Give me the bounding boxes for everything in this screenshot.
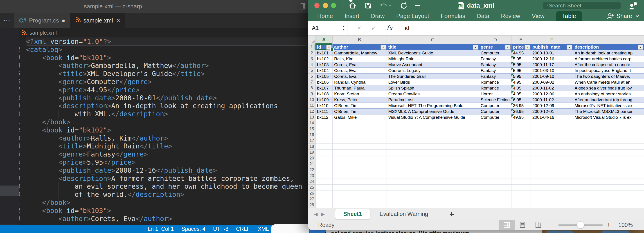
empty-cell[interactable]	[387, 185, 479, 190]
cell[interactable]: 36.95	[512, 103, 531, 109]
sheet-nav-left[interactable]: ◀	[314, 212, 318, 217]
cell[interactable]: bk103	[316, 62, 332, 68]
empty-cell[interactable]	[512, 185, 531, 190]
empty-cell[interactable]	[316, 185, 332, 190]
code-line[interactable]: 6<genre>Computer</genre>	[0, 78, 308, 86]
cell[interactable]: Horror	[479, 91, 512, 97]
ribbon-tab-formulas[interactable]: Formulas	[441, 11, 465, 21]
empty-cell[interactable]	[316, 202, 332, 208]
empty-cell[interactable]	[387, 179, 479, 185]
empty-cell[interactable]	[332, 138, 387, 144]
sheet-nav-right[interactable]: ▶	[321, 212, 324, 217]
row-header[interactable]: 26	[308, 190, 316, 196]
cell[interactable]: Microsoft .NET: The Programming Bible	[387, 103, 479, 109]
empty-cell[interactable]	[332, 120, 387, 126]
empty-cell[interactable]	[332, 150, 387, 156]
cell[interactable]: Thurman, Paula	[332, 85, 387, 91]
empty-cell[interactable]	[316, 138, 332, 144]
code-line[interactable]: 10with XML.</description>	[0, 110, 308, 118]
cell[interactable]: The two daughters of Maeve,	[573, 74, 644, 80]
undo-icon[interactable]	[380, 2, 392, 9]
empty-cell[interactable]	[387, 167, 479, 173]
cell[interactable]: bk105	[316, 74, 332, 80]
cell[interactable]: O'Brien, Tim	[332, 103, 387, 109]
empty-cell[interactable]	[387, 173, 479, 179]
column-header-F[interactable]: F	[531, 36, 573, 44]
empty-cell[interactable]	[332, 179, 387, 185]
spreadsheet-grid[interactable]: ABCDEF 1id▼author▼title▼genre▼price▼publ…	[308, 36, 644, 208]
code-line[interactable]: 2<catalog>	[0, 46, 308, 54]
cell[interactable]: Kress, Peter	[332, 97, 387, 103]
empty-cell[interactable]	[512, 196, 531, 202]
row-header[interactable]: 15	[308, 126, 316, 132]
ribbon-tab-view[interactable]: View	[532, 11, 544, 21]
empty-cell[interactable]	[316, 173, 332, 179]
cell[interactable]: Fantasy	[479, 56, 512, 62]
table-header-cell[interactable]: genre▼	[479, 44, 512, 50]
empty-cell[interactable]	[531, 161, 573, 167]
code-line[interactable]: 12<book id="bk102">	[0, 126, 308, 134]
ribbon-tab-home[interactable]: Home	[317, 11, 333, 21]
row-header[interactable]: 12	[308, 109, 316, 114]
code-editor[interactable]: 1<?xml version="1.0"?>2<catalog>3<book i…	[0, 38, 308, 225]
empty-cell[interactable]	[479, 120, 512, 126]
code-line[interactable]: 17<publish_date>2000-12-16</publish_date…	[0, 166, 308, 174]
cell[interactable]: bk106	[316, 80, 332, 85]
empty-cell[interactable]	[479, 173, 512, 179]
cell[interactable]: 2000-12-06	[531, 91, 573, 97]
empty-cell[interactable]	[332, 196, 387, 202]
empty-cell[interactable]	[479, 156, 512, 161]
empty-cell[interactable]	[332, 132, 387, 138]
row-header[interactable]: 20	[308, 156, 316, 161]
cell[interactable]: Ralls, Kim	[332, 56, 387, 62]
toolbar-options-icon[interactable]	[416, 6, 420, 6]
empty-cell[interactable]	[573, 167, 644, 173]
empty-cell[interactable]	[573, 138, 644, 144]
cell[interactable]: Romance	[479, 85, 512, 91]
empty-cell[interactable]	[512, 126, 531, 132]
empty-cell[interactable]	[573, 179, 644, 185]
empty-cell[interactable]	[573, 150, 644, 156]
column-header-A[interactable]: A	[316, 36, 332, 44]
cell[interactable]: 2000-12-09	[531, 103, 573, 109]
empty-cell[interactable]	[332, 144, 387, 150]
empty-cell[interactable]	[316, 120, 332, 126]
select-all-corner[interactable]	[308, 36, 316, 44]
zoom-in-button[interactable]: +	[607, 221, 611, 229]
cell[interactable]: 5.95	[512, 56, 531, 62]
empty-cell[interactable]	[332, 173, 387, 179]
name-box[interactable]: A1	[308, 21, 340, 35]
empty-cell[interactable]	[573, 126, 644, 132]
row-header[interactable]: 11	[308, 103, 316, 109]
code-line[interactable]: 3<book id="bk101">	[0, 54, 308, 62]
cell[interactable]: An in-depth look at creating ap	[573, 50, 644, 56]
empty-cell[interactable]	[479, 150, 512, 156]
save-icon[interactable]	[364, 2, 372, 9]
fullscreen-traffic-light[interactable]	[331, 3, 336, 8]
cell[interactable]: bk112	[316, 114, 332, 120]
cell[interactable]: After an inadvertant trip throug	[573, 97, 644, 103]
cell[interactable]: bk109	[316, 97, 332, 103]
row-header[interactable]: 3	[308, 56, 316, 62]
cell[interactable]: A deep sea diver finds true lov	[573, 85, 644, 91]
row-header[interactable]: 22	[308, 167, 316, 173]
cell[interactable]: Gambardella, Matthew	[332, 50, 387, 56]
cell[interactable]: Science Fiction	[479, 97, 512, 103]
empty-cell[interactable]	[479, 161, 512, 167]
empty-cell[interactable]	[387, 156, 479, 161]
empty-cell[interactable]	[573, 144, 644, 150]
row-header[interactable]: 28	[308, 202, 316, 208]
cell[interactable]: 2001-04-16	[531, 114, 573, 120]
cell[interactable]: Fantasy	[479, 74, 512, 80]
empty-cell[interactable]	[316, 126, 332, 132]
zoom-slider-thumb[interactable]	[577, 221, 584, 228]
code-line[interactable]: 9<description>An in-depth look at creati…	[0, 102, 308, 110]
column-header-D[interactable]: D	[479, 36, 512, 44]
empty-cell[interactable]	[531, 202, 573, 208]
empty-cell[interactable]	[512, 161, 531, 167]
empty-cell[interactable]	[387, 144, 479, 150]
row-header[interactable]: 9	[308, 91, 316, 97]
table-header-cell[interactable]: author▼	[332, 44, 387, 50]
cell[interactable]: Paradox Lost	[387, 97, 479, 103]
empty-cell[interactable]	[531, 132, 573, 138]
